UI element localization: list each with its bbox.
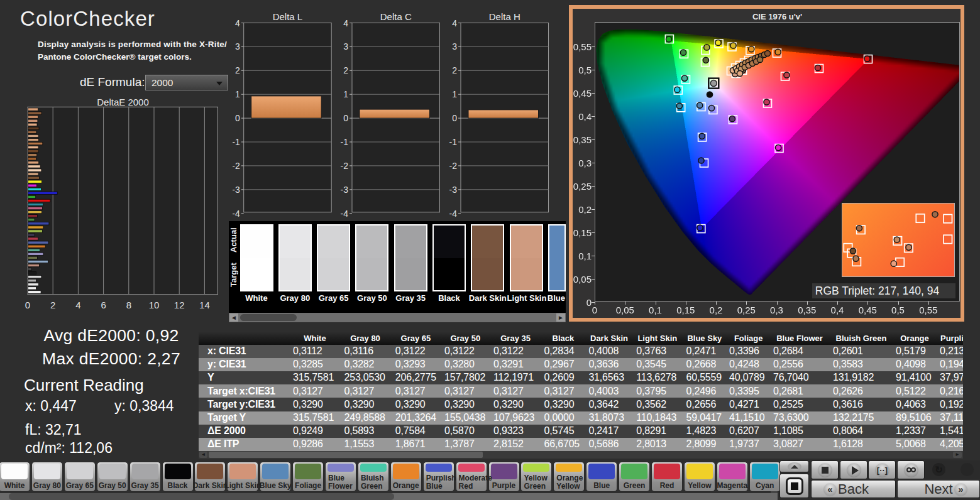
svg-text:3: 3 bbox=[343, 41, 348, 52]
svg-text:-4: -4 bbox=[233, 209, 240, 219]
svg-text:3: 3 bbox=[452, 41, 457, 52]
svg-text:-3: -3 bbox=[449, 185, 458, 195]
svg-text:3: 3 bbox=[235, 41, 240, 52]
svg-text:4: 4 bbox=[75, 300, 80, 310]
svg-text:4: 4 bbox=[235, 18, 240, 28]
svg-text:-4: -4 bbox=[341, 209, 349, 219]
svg-text:4: 4 bbox=[343, 18, 348, 28]
svg-text:6: 6 bbox=[101, 300, 106, 310]
svg-text:4: 4 bbox=[452, 18, 457, 28]
svg-text:-3: -3 bbox=[233, 185, 240, 195]
svg-text:2: 2 bbox=[50, 300, 55, 310]
svg-text:0: 0 bbox=[25, 300, 30, 310]
svg-text:12: 12 bbox=[174, 300, 185, 310]
svg-text:-1: -1 bbox=[233, 137, 240, 147]
svg-text:Delta H: Delta H bbox=[489, 11, 520, 22]
svg-text:-1: -1 bbox=[341, 137, 349, 147]
svg-text:-2: -2 bbox=[233, 161, 240, 171]
svg-text:0: 0 bbox=[452, 113, 457, 123]
svg-text:0: 0 bbox=[343, 113, 348, 123]
svg-text:Delta C: Delta C bbox=[380, 11, 412, 22]
svg-text:14: 14 bbox=[199, 300, 210, 310]
svg-text:Delta L: Delta L bbox=[273, 11, 303, 22]
svg-text:2: 2 bbox=[235, 65, 240, 75]
svg-text:1: 1 bbox=[452, 89, 457, 99]
svg-text:-3: -3 bbox=[341, 185, 349, 195]
svg-text:1: 1 bbox=[235, 89, 240, 99]
svg-text:0: 0 bbox=[235, 113, 240, 123]
svg-text:10: 10 bbox=[149, 300, 160, 310]
svg-text:-2: -2 bbox=[341, 161, 349, 171]
svg-text:2: 2 bbox=[452, 65, 457, 75]
svg-text:-1: -1 bbox=[449, 137, 458, 147]
svg-text:8: 8 bbox=[126, 300, 131, 310]
svg-text:-2: -2 bbox=[449, 161, 458, 171]
svg-text:1: 1 bbox=[343, 89, 348, 99]
svg-text:2: 2 bbox=[343, 65, 348, 75]
svg-text:-4: -4 bbox=[449, 209, 458, 219]
